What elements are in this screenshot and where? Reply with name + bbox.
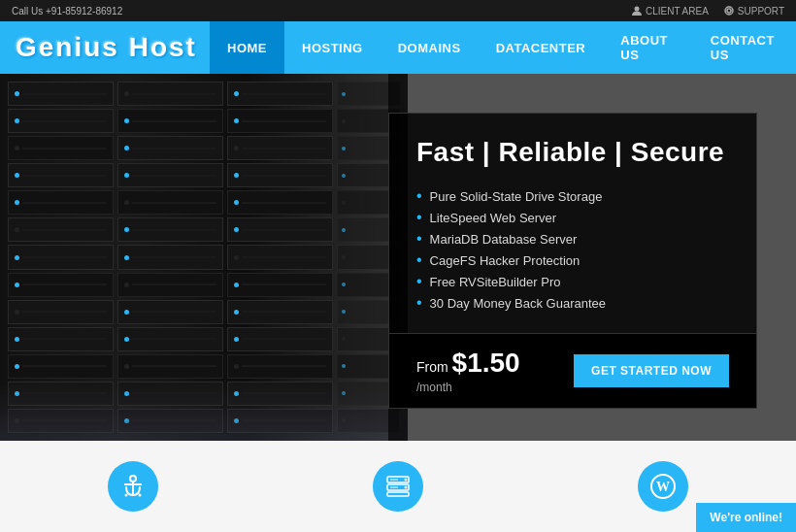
svg-point-12 — [404, 486, 407, 489]
hero-cta-bar: From $1.50 /month GET STARTED NOW — [389, 333, 756, 408]
svg-point-6 — [124, 494, 127, 497]
server-icon — [373, 461, 423, 512]
list-item: Pure Solid-State Drive Storage — [416, 185, 729, 207]
main-nav: HOME HOSTING DOMAINS DATACENTER ABOUT US… — [210, 21, 796, 74]
feature-item-anchor — [0, 441, 265, 532]
nav-datacenter[interactable]: DATACENTER — [479, 21, 604, 74]
features-section: W — [0, 441, 796, 532]
wordpress-icon: W — [638, 461, 688, 512]
get-started-button[interactable]: GET STARTED NOW — [574, 354, 729, 387]
anchor-icon — [108, 461, 158, 512]
nav-hosting[interactable]: HOSTING — [284, 21, 381, 74]
svg-point-0 — [634, 7, 639, 12]
hero-price: From $1.50 /month — [416, 348, 554, 394]
hero-background — [0, 74, 408, 441]
hero-section: Fast | Reliable | Secure Pure Solid-Stat… — [0, 74, 796, 441]
top-bar: Call Us +91-85912-86912 CLIENT AREA SUPP… — [0, 0, 796, 21]
nav-home[interactable]: HOME — [210, 21, 284, 74]
nav-contact[interactable]: CONTACT US — [693, 21, 796, 74]
price-period: /month — [416, 381, 452, 394]
list-item: LiteSpeed Web Server — [416, 207, 729, 228]
svg-point-3 — [130, 476, 136, 482]
price-from: From — [416, 359, 448, 375]
nav-domains[interactable]: DOMAINS — [381, 21, 479, 74]
support-link[interactable]: SUPPORT — [724, 6, 784, 17]
chat-bubble[interactable]: We're online! — [696, 503, 796, 532]
svg-text:W: W — [656, 480, 670, 494]
svg-point-2 — [727, 9, 731, 13]
svg-point-11 — [404, 479, 407, 482]
svg-rect-10 — [387, 492, 409, 496]
logo[interactable]: Genius Host — [16, 32, 210, 63]
list-item: CageFS Hacker Protection — [416, 249, 729, 271]
list-item: 30 Day Money Back Guarantee — [416, 292, 729, 314]
svg-point-7 — [138, 494, 141, 497]
person-icon — [632, 6, 642, 16]
hero-content-box: Fast | Reliable | Secure Pure Solid-Stat… — [388, 113, 757, 409]
hero-feature-list: Pure Solid-State Drive Storage LiteSpeed… — [416, 185, 729, 314]
price-amount: $1.50 — [452, 348, 520, 378]
svg-point-1 — [725, 7, 733, 15]
client-area-link[interactable]: CLIENT AREA — [632, 6, 709, 17]
phone-number: Call Us +91-85912-86912 — [12, 6, 122, 17]
header: Genius Host HOME HOSTING DOMAINS DATACEN… — [0, 21, 796, 74]
list-item: Free RVSiteBuilder Pro — [416, 271, 729, 292]
support-icon — [724, 6, 734, 16]
list-item: MariaDB Database Server — [416, 228, 729, 249]
nav-about[interactable]: ABOUT US — [603, 21, 693, 74]
feature-item-server — [265, 441, 530, 532]
hero-headline: Fast | Reliable | Secure — [416, 137, 729, 168]
